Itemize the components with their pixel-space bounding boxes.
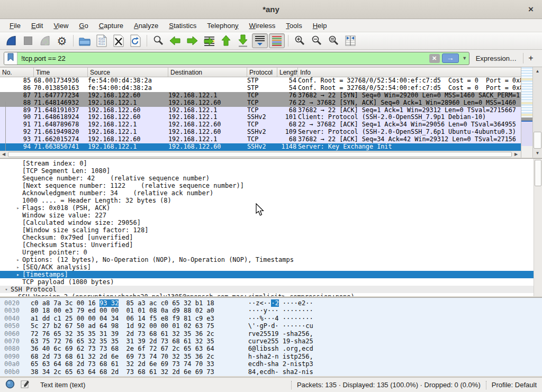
hex-row[interactable]: 00a0 65 63 64 68 2d 73 68 61 32 2d 6e 69…	[0, 360, 542, 368]
hex-bytes[interactable]: 38 34 2c 65 63 64 68 2d 73 68 61 32 2d 6…	[31, 368, 214, 376]
vscroll-thumb[interactable]	[534, 132, 541, 149]
menu-item[interactable]: Edit	[26, 20, 48, 31]
menu-item[interactable]: Tools	[281, 20, 307, 31]
zoom-reset-button[interactable]	[326, 33, 341, 48]
detail-row[interactable]: [Checksum Status: Unverified]	[0, 241, 542, 249]
filter-dropdown-caret[interactable]: ▼	[460, 56, 469, 61]
detail-row[interactable]: Acknowledgment number: 34 (relative ack …	[0, 189, 542, 197]
detail-row[interactable]: TCP payload (1080 bytes)	[0, 278, 542, 286]
hex-row[interactable]: 0050 5c 27 b2 67 50 ad 64 98 1d 92 00 00…	[0, 322, 542, 330]
hex-bytes[interactable]: 72 76 65 32 35 35 31 39 2d 73 68 61 32 3…	[31, 330, 214, 338]
hex-row[interactable]: 0020 c0 a8 7a 3c 00 16 93 32 85 a3 ac c0…	[0, 299, 542, 307]
go-forward-button[interactable]	[184, 33, 200, 48]
packet-row[interactable]: 91 71.648789678 192.168.122.1 192.168.12…	[0, 121, 521, 129]
expander-icon[interactable]	[14, 197, 22, 204]
column-header-length[interactable]: Length	[277, 68, 298, 77]
packet-row[interactable]: 85 68.001734936 fe:54:00:d4:38:2a STP 54…	[0, 77, 521, 85]
restart-capture-button[interactable]	[37, 33, 53, 48]
find-packet-button[interactable]	[150, 33, 166, 48]
hex-ascii[interactable]: 84,ecdh- sha2-nis	[248, 368, 313, 376]
stop-capture-button[interactable]	[20, 33, 36, 48]
zoom-out-button[interactable]	[309, 33, 324, 48]
detail-row[interactable]: Sequence number: 42 (relative sequence n…	[0, 175, 542, 182]
detail-row[interactable]: ▸ SSH Version 2 (encryption:chacha20-pol…	[0, 293, 542, 296]
menu-item[interactable]: File	[4, 20, 26, 31]
hex-ascii[interactable]: curve255 19-sha25	[248, 338, 313, 345]
hex-row[interactable]: 0060 72 76 65 32 35 35 31 39 2d 73 68 61…	[0, 330, 542, 338]
column-header-protocol[interactable]: Protocol	[247, 68, 277, 77]
detail-row[interactable]: [TCP Segment Len: 1080]	[0, 167, 542, 175]
expander-icon[interactable]	[14, 234, 22, 241]
packet-row[interactable]: 87 71.647777234 192.168.122.60 192.168.1…	[0, 92, 521, 99]
clear-filter-button[interactable]: ✕	[429, 54, 440, 63]
column-header-source[interactable]: Source	[88, 68, 168, 77]
detail-row[interactable]: ▸ Options: (12 bytes), No-Operation (NOP…	[0, 256, 542, 263]
hex-ascii[interactable]: 6@libssh .org,ecd	[248, 345, 313, 352]
capture-options-button[interactable]: ⚙	[54, 33, 70, 48]
expander-icon[interactable]: ▾	[2, 286, 11, 293]
go-last-button[interactable]	[235, 33, 251, 48]
vscroll-up-arrow[interactable]: ▲	[533, 67, 542, 76]
go-back-button[interactable]	[167, 33, 183, 48]
hex-ascii[interactable]: ···%···4 ········	[248, 315, 313, 322]
detail-row[interactable]: [Next sequence number: 1122 (relative se…	[0, 182, 542, 189]
details-vscrollbar[interactable]	[534, 159, 542, 296]
hex-bytes[interactable]: 65 63 64 68 2d 73 68 61 32 2d 6e 69 73 7…	[31, 360, 214, 368]
hex-bytes[interactable]: 63 75 72 76 65 32 35 35 31 39 2d 73 68 6…	[31, 338, 214, 345]
detail-row[interactable]: ▸ Flags: 0x018 (PSH, ACK)	[0, 204, 542, 212]
start-capture-button[interactable]	[3, 33, 19, 48]
packet-row[interactable]: 92 71.661949820 192.168.122.1 192.168.12…	[0, 129, 521, 136]
profile-selector[interactable]: Profile: Default	[492, 381, 537, 389]
column-header-time[interactable]: Time	[34, 68, 88, 77]
detail-row[interactable]: ▸ [Timestamps]	[0, 271, 542, 278]
detail-row[interactable]: Window size value: 227	[0, 212, 542, 219]
close-file-button[interactable]	[111, 33, 127, 48]
expander-icon[interactable]: ▸	[14, 256, 22, 263]
vscroll-down-arrow[interactable]: ▼	[533, 149, 542, 158]
open-file-button[interactable]	[77, 33, 93, 48]
packet-row[interactable]: 86 70.013850163 fe:54:00:d4:38:2a STP 54…	[0, 85, 521, 92]
expander-icon[interactable]	[14, 241, 22, 249]
hscroll-right-arrow[interactable]: ▶	[512, 151, 520, 158]
packet-row[interactable]: 88 71.648146932 192.168.122.1 192.168.12…	[0, 99, 521, 107]
go-first-button[interactable]	[218, 33, 234, 48]
hex-bytes[interactable]: a1 dd c1 25 00 00 04 34 06 14 f5 e8 f9 8…	[31, 315, 214, 322]
menu-item[interactable]: Analyze	[129, 20, 164, 31]
hex-row[interactable]: 0080 36 40 6c 69 62 73 73 68 2e 6f 72 67…	[0, 345, 542, 352]
detail-row[interactable]: [Window size scaling factor: 128]	[0, 226, 542, 234]
menu-item[interactable]: Help	[308, 20, 332, 31]
resize-columns-button[interactable]	[342, 33, 358, 48]
close-window-button[interactable]: ×	[523, 0, 539, 19]
detail-row[interactable]: 1000 .... = Header Length: 32 bytes (8)	[0, 197, 542, 204]
zoom-in-button[interactable]	[292, 33, 308, 48]
save-file-button[interactable]: 010101100111	[94, 33, 110, 48]
hex-row[interactable]: 0090 68 2d 73 68 61 32 2d 6e 69 73 74 70…	[0, 353, 542, 360]
reload-file-button[interactable]	[128, 33, 143, 48]
hex-row[interactable]: 0030 80 18 00 e3 79 ed 00 00 01 01 08 0a…	[0, 307, 542, 314]
filter-bookmark-button[interactable]	[4, 52, 17, 65]
packet-row[interactable]: 90 71.648618924 192.168.122.60 192.168.1…	[0, 114, 521, 121]
packet-list-hscrollbar[interactable]: ◀ ▶	[0, 151, 521, 158]
intelligent-scrollbar-minimap[interactable]	[521, 67, 532, 158]
detail-row[interactable]: Urgent pointer: 0	[0, 249, 542, 256]
hex-row[interactable]: 0070 63 75 72 76 65 32 35 35 31 39 2d 73…	[0, 338, 542, 345]
hex-bytes[interactable]: 36 40 6c 69 62 73 73 68 2e 6f 72 67 2c 6…	[31, 345, 214, 352]
detail-row[interactable]: [Stream index: 0]	[0, 160, 542, 167]
detail-row[interactable]: ▾ SSH Protocol	[0, 286, 542, 293]
expander-icon[interactable]	[14, 249, 22, 256]
detail-row[interactable]: ▸ [SEQ/ACK analysis]	[0, 263, 542, 271]
filter-input[interactable]: !tcp.port == 22	[17, 54, 429, 62]
apply-filter-button[interactable]: →	[442, 53, 459, 63]
menu-item[interactable]: Statistics	[164, 20, 202, 31]
menu-item[interactable]: View	[48, 20, 74, 31]
menu-item[interactable]: Go	[74, 20, 93, 31]
column-header-no[interactable]: No.	[0, 68, 34, 77]
hex-ascii[interactable]: ecdh-sha 2-nistp3	[248, 360, 313, 368]
details-scroll-thumb[interactable]	[535, 160, 541, 186]
expander-icon[interactable]: ▸	[14, 204, 22, 212]
packet-row[interactable]: 93 71.662015274 192.168.122.60 192.168.1…	[0, 136, 521, 143]
expander-icon[interactable]: ▸	[10, 293, 18, 296]
hex-ascii[interactable]: h-sha2-n istp256,	[248, 353, 313, 360]
detail-row[interactable]: Checksum: 0x79ed [unverified]	[0, 234, 542, 241]
column-header-destination[interactable]: Destination	[168, 68, 247, 77]
